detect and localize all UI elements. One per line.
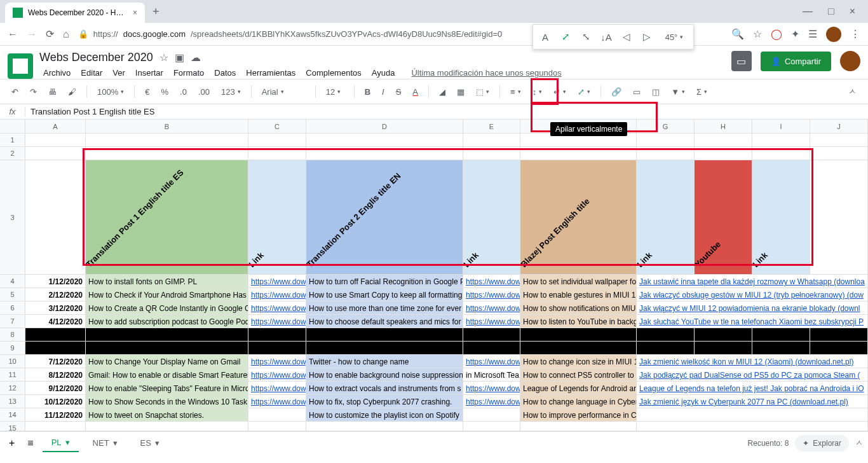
cell[interactable]: How to Create a QR Code Instantly in Goo…	[86, 301, 248, 315]
comment-icon[interactable]: ▭	[629, 85, 644, 99]
cell[interactable]	[752, 147, 810, 160]
cell[interactable]: https://www.dow	[463, 395, 520, 408]
row-header[interactable]: 12	[0, 382, 25, 395]
reload-icon[interactable]: ⟳	[46, 28, 54, 40]
cell[interactable]	[248, 342, 306, 355]
font-select[interactable]: Arial	[258, 85, 309, 99]
halign-icon[interactable]: ≡	[506, 85, 525, 99]
chevron-up-icon[interactable]: ㅅ	[855, 438, 863, 448]
row-header[interactable]: 13	[0, 395, 25, 408]
cell[interactable]: How to Show Seconds in the Windows 10 Ta…	[86, 395, 248, 408]
cell[interactable]: 8/12/2020	[25, 368, 86, 382]
menu-herramientas[interactable]: Herramientas	[242, 67, 299, 79]
cell[interactable]: in Microsoft Tea	[463, 368, 520, 382]
cell[interactable]	[695, 342, 752, 355]
cell[interactable]	[248, 134, 306, 147]
header-cell[interactable]: Link	[752, 160, 810, 275]
row-header[interactable]: 10	[0, 355, 25, 368]
sheet-tab-net[interactable]: NET▾	[84, 434, 126, 452]
borders-icon[interactable]: ▦	[453, 85, 468, 99]
rotate-up-icon[interactable]: ◁	[618, 29, 635, 45]
text-color-icon[interactable]: A	[409, 85, 422, 99]
bold-icon[interactable]: B	[361, 85, 374, 99]
formula-input[interactable]: Translation Post 1 English title ES	[25, 107, 154, 116]
cell[interactable]	[810, 147, 868, 160]
cell[interactable]	[520, 422, 637, 431]
shield-icon[interactable]: ◯	[771, 28, 782, 40]
cell[interactable]	[25, 342, 86, 355]
fill-color-icon[interactable]: ◢	[435, 85, 449, 99]
cell[interactable]: 7/12/2020	[25, 355, 86, 368]
row-header[interactable]: 4	[0, 275, 25, 288]
cell[interactable]	[463, 328, 520, 342]
col-header-c[interactable]: C	[248, 120, 306, 133]
comments-icon[interactable]: ▭	[731, 51, 752, 71]
cell[interactable]: How to add subscription podcast to Googl…	[86, 315, 248, 328]
cell[interactable]	[248, 422, 306, 431]
header-cell[interactable]: Youtube	[695, 160, 752, 275]
number-format[interactable]: 123	[217, 85, 245, 99]
new-tab-button[interactable]: +	[153, 5, 159, 18]
cell[interactable]	[248, 408, 306, 422]
cell[interactable]: https://www.dow	[463, 315, 520, 328]
sheet-tab-es[interactable]: ES▾	[132, 434, 168, 452]
move-doc-icon[interactable]: ▣	[175, 52, 184, 64]
cell[interactable]: How to customize the playlist icon on Sp…	[306, 408, 463, 422]
cell[interactable]: Jak ustawić inna tapete dla każdej rozmo…	[637, 275, 868, 288]
close-tab-icon[interactable]: ×	[133, 8, 137, 17]
row-header[interactable]: 2	[0, 147, 25, 160]
cell[interactable]	[520, 328, 637, 342]
cell[interactable]	[86, 147, 248, 160]
cell[interactable]	[810, 134, 868, 147]
row-header[interactable]: 3	[0, 160, 25, 275]
cell[interactable]: https://www.dow	[248, 288, 306, 301]
row-header[interactable]: 5	[0, 288, 25, 301]
cell[interactable]: 1/12/2020	[25, 275, 86, 288]
back-icon[interactable]: ←	[8, 29, 18, 40]
menu-editar[interactable]: Editar	[77, 67, 106, 79]
cell[interactable]: Jak włączyć w MIUI 12 powiadomienia na e…	[637, 301, 868, 315]
rotate-none-icon[interactable]: A	[537, 29, 553, 45]
cloud-status-icon[interactable]: ☁	[191, 52, 201, 64]
cell[interactable]	[463, 342, 520, 355]
minimize-icon[interactable]: —	[803, 6, 813, 17]
cell[interactable]: How to fix, stop Cyberpunk 2077 crashing…	[306, 395, 463, 408]
cell[interactable]: How to tweet on Snapchat stories.	[86, 408, 248, 422]
cell[interactable]	[86, 342, 248, 355]
row-header[interactable]: 7	[0, 315, 25, 328]
browser-tab[interactable]: Webs December 2020 - Hojas de ×	[5, 3, 145, 23]
header-cell[interactable]: Link	[637, 160, 695, 275]
cell[interactable]	[637, 134, 695, 147]
star-doc-icon[interactable]: ☆	[159, 52, 168, 64]
cell[interactable]: How to improve performance in Cyberpunk …	[520, 408, 637, 422]
dec-increase-icon[interactable]: .00	[194, 85, 214, 99]
menu-complementos[interactable]: Complementos	[302, 67, 365, 79]
menu-ver[interactable]: Ver	[109, 67, 129, 79]
cell[interactable]: How to use more than one time zone for e…	[306, 301, 463, 315]
home-icon[interactable]: ⌂	[63, 29, 69, 40]
sheet-tab-pl[interactable]: PL▾	[43, 434, 79, 452]
cell[interactable]: Gmail: How to enable or disable Smart Fe…	[86, 368, 248, 382]
col-header-e[interactable]: E	[463, 120, 520, 133]
cell[interactable]	[520, 342, 637, 355]
cell[interactable]: How to show notifications on MIUI	[520, 301, 637, 315]
cell[interactable]: 9/12/2020	[25, 382, 86, 395]
cell[interactable]	[248, 328, 306, 342]
cell[interactable]	[695, 147, 752, 160]
row-header[interactable]: 1	[0, 134, 25, 147]
cell[interactable]	[306, 422, 463, 431]
text-rotation-button[interactable]: ⤢	[574, 85, 594, 99]
fx-icon[interactable]: fx	[0, 107, 25, 116]
explore-button[interactable]: ✦ Explorar	[795, 435, 849, 452]
cell[interactable]: How to Check if Your Android Smartphone …	[86, 288, 248, 301]
cell[interactable]	[25, 147, 86, 160]
cell[interactable]	[637, 342, 695, 355]
cell[interactable]	[463, 408, 520, 422]
link-icon[interactable]: 🔗	[607, 85, 625, 99]
cell[interactable]	[86, 134, 248, 147]
cell[interactable]: https://www.dow	[463, 275, 520, 288]
cell[interactable]: 3/12/2020	[25, 301, 86, 315]
cell[interactable]	[25, 328, 86, 342]
cell[interactable]: https://www.dow	[248, 395, 306, 408]
cell[interactable]: Jak zmienić wielkość ikon w MIUI 12 (Xia…	[637, 355, 868, 368]
